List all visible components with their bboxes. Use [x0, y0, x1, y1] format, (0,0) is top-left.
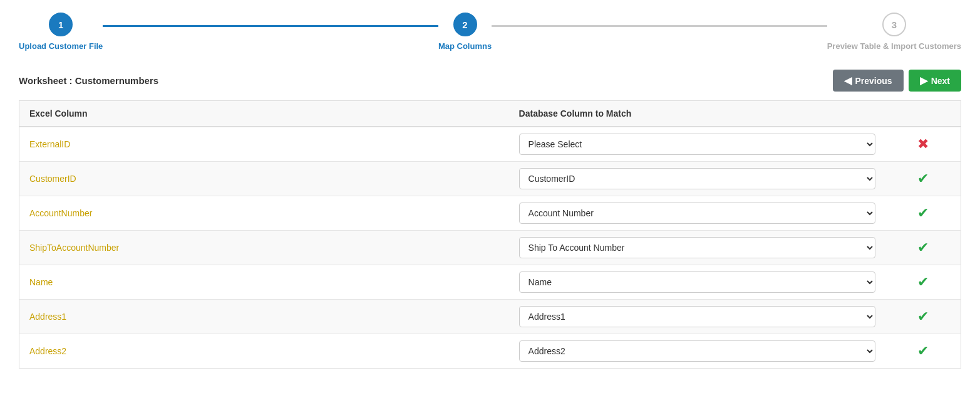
- step-3-label: Preview Table & Import Customers: [827, 41, 961, 51]
- status-badge: ✔: [917, 308, 929, 324]
- status-cell: ✔: [885, 300, 961, 334]
- worksheet-header: Worksheet : Customernumbers ◀ Previous ▶…: [19, 70, 961, 92]
- worksheet-title: Worksheet : Customernumbers: [19, 75, 158, 86]
- excel-column-cell: AccountNumber: [19, 196, 509, 231]
- next-button[interactable]: ▶ Next: [909, 70, 961, 92]
- step-2-circle: 2: [453, 13, 477, 36]
- excel-column-value: AccountNumber: [29, 208, 92, 218]
- excel-column-cell: ExternalID: [19, 127, 509, 162]
- db-column-select[interactable]: Name: [519, 271, 876, 293]
- step-2-label: Map Columns: [438, 41, 492, 51]
- table-head: Excel Column Database Column to Match: [19, 101, 961, 127]
- status-cell: ✔: [885, 265, 961, 300]
- status-badge: ✔: [917, 240, 929, 255]
- excel-column-value: ExternalID: [29, 139, 70, 149]
- db-column-select[interactable]: CustomerID: [519, 168, 876, 189]
- db-column-select[interactable]: Address2: [519, 340, 876, 362]
- page-wrapper: 1 Upload Customer File 2 Map Columns 3 P…: [0, 0, 980, 381]
- status-cell: ✔: [885, 196, 961, 231]
- db-column-select[interactable]: Please Select: [519, 134, 876, 155]
- table-row: Address1Address1✔: [19, 300, 961, 334]
- table-row: NameName✔: [19, 265, 961, 300]
- db-column-cell: Address2: [509, 334, 886, 369]
- step-1-label: Upload Customer File: [19, 41, 103, 51]
- db-column-cell: CustomerID: [509, 162, 886, 196]
- step-1: 1 Upload Customer File: [19, 13, 103, 51]
- excel-column-cell: CustomerID: [19, 162, 509, 196]
- db-column-select[interactable]: Account Number: [519, 203, 876, 224]
- header-status: [885, 101, 961, 127]
- step-2: 2 Map Columns: [438, 13, 492, 51]
- step-3: 3 Preview Table & Import Customers: [827, 13, 961, 51]
- db-column-select[interactable]: Address1: [519, 306, 876, 327]
- db-column-select[interactable]: Ship To Account Number: [519, 237, 876, 258]
- mapping-table: Excel Column Database Column to Match Ex…: [19, 100, 961, 369]
- excel-column-value: Name: [29, 277, 53, 287]
- table-row: CustomerIDCustomerID✔: [19, 162, 961, 196]
- table-row: ShipToAccountNumberShip To Account Numbe…: [19, 231, 961, 265]
- status-badge: ✔: [917, 205, 929, 221]
- stepper-line-1: [103, 26, 438, 38]
- table-row: ExternalIDPlease Select✖: [19, 127, 961, 162]
- db-column-cell: Please Select: [509, 127, 886, 162]
- status-badge: ✔: [917, 171, 929, 186]
- previous-icon: ◀: [844, 75, 852, 87]
- header-db-col: Database Column to Match: [509, 101, 886, 127]
- stepper: 1 Upload Customer File 2 Map Columns 3 P…: [19, 13, 961, 51]
- table-row: AccountNumberAccount Number✔: [19, 196, 961, 231]
- button-group: ◀ Previous ▶ Next: [833, 70, 962, 92]
- status-cell: ✔: [885, 162, 961, 196]
- table-row: Address2Address2✔: [19, 334, 961, 369]
- stepper-line-2: [492, 26, 827, 38]
- status-cell: ✖: [885, 127, 961, 162]
- table-body: ExternalIDPlease Select✖CustomerIDCustom…: [19, 127, 961, 369]
- db-column-cell: Name: [509, 265, 886, 300]
- status-cell: ✔: [885, 231, 961, 265]
- status-badge: ✔: [917, 274, 929, 290]
- excel-column-value: Address2: [29, 346, 66, 356]
- excel-column-cell: ShipToAccountNumber: [19, 231, 509, 265]
- step-1-circle: 1: [49, 13, 73, 36]
- excel-column-cell: Address1: [19, 300, 509, 334]
- status-badge: ✖: [917, 136, 929, 152]
- excel-column-value: ShipToAccountNumber: [29, 243, 119, 253]
- header-excel-col: Excel Column: [19, 101, 509, 127]
- db-column-cell: Ship To Account Number: [509, 231, 886, 265]
- step-3-circle: 3: [882, 13, 906, 36]
- status-badge: ✔: [917, 343, 929, 359]
- previous-button[interactable]: ◀ Previous: [833, 70, 904, 92]
- excel-column-value: CustomerID: [29, 174, 76, 184]
- status-cell: ✔: [885, 334, 961, 369]
- db-column-cell: Address1: [509, 300, 886, 334]
- next-icon: ▶: [920, 75, 927, 87]
- excel-column-cell: Address2: [19, 334, 509, 369]
- excel-column-value: Address1: [29, 312, 66, 322]
- excel-column-cell: Name: [19, 265, 509, 300]
- db-column-cell: Account Number: [509, 196, 886, 231]
